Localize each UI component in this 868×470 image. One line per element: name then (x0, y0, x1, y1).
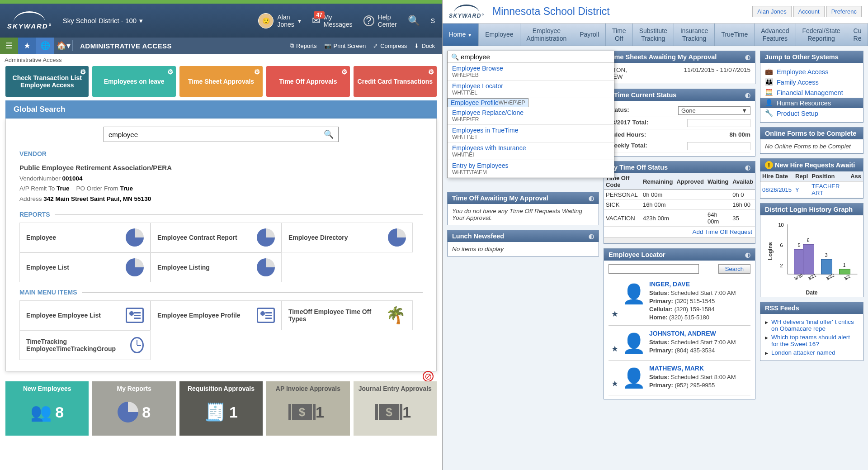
gear-icon[interactable]: ⚙ (167, 68, 173, 76)
gear-icon[interactable]: ◐ (745, 251, 750, 258)
tab-employee[interactable]: Employee (479, 24, 520, 46)
tile-timesheet-approvals[interactable]: ⚙Time Sheet Approvals (179, 66, 263, 97)
gear-icon[interactable]: ◐ (589, 233, 594, 240)
tab-truetime[interactable]: TrueTime (715, 24, 755, 46)
search-suggestion[interactable]: Employee Replace/CloneWH\EP\ER (448, 107, 614, 125)
search-suggestion[interactable]: Employees with InsuranceWH\IT\EI (448, 142, 614, 160)
rss-link[interactable]: Which top teams should alert for the Swe… (765, 333, 859, 348)
report-item[interactable]: Employee Directory (282, 223, 413, 252)
star-icon[interactable]: ★ (18, 38, 36, 54)
jump-link[interactable]: 👤Human Resources (760, 98, 863, 108)
tile-new-employees[interactable]: New Employees👥8 (5, 381, 89, 436)
jump-link[interactable]: 🧮Financial Management (765, 87, 859, 98)
menu-item[interactable]: Employee Employee List (19, 300, 151, 330)
search-button[interactable]: Search (718, 264, 750, 274)
rss-link[interactable]: London attacker named (765, 348, 859, 357)
gear-icon[interactable]: ◐ (589, 195, 594, 202)
status-select[interactable]: Gone▼ (678, 106, 750, 115)
tile-journal-entry[interactable]: Journal Entry Approvals$1 (354, 381, 437, 436)
scrollbar[interactable] (604, 237, 755, 243)
menu-icon[interactable]: ☰ (0, 38, 18, 54)
user-menu[interactable]: 🙂 AlanJones ▾ (258, 13, 301, 28)
tab-federal-state[interactable]: Federal/State Reporting (796, 24, 847, 46)
rss-link[interactable]: WH delivers 'final offer' t critics on O… (765, 318, 859, 333)
gear-icon[interactable]: ◐ (745, 91, 750, 99)
tab-payroll[interactable]: Payroll (573, 24, 606, 46)
search-suggestion[interactable]: Employee LocatorWH\TT\EL (448, 81, 614, 98)
user-link[interactable]: Alan Jones (752, 6, 791, 17)
search-suggestion[interactable]: Employee ProfileWH\EP\EP (448, 98, 528, 107)
employee-card[interactable]: ★ 👤 MATHEWS, MARK Status: Scheduled Star… (609, 361, 750, 395)
avatar-icon: 🙂 (258, 13, 274, 28)
search-icon[interactable]: 🔍 (324, 129, 334, 139)
search-suggestion[interactable]: Employee BrowseWH\EP\EB (448, 63, 614, 81)
pie-chart-icon (126, 228, 144, 247)
jump-link[interactable]: 💼Employee Access (765, 66, 859, 77)
print-button[interactable]: 📷Print Screen (324, 43, 366, 49)
report-item[interactable]: Employee Listing (151, 252, 282, 282)
gear-icon[interactable]: ◐ (745, 53, 750, 61)
pie-chart-icon (257, 228, 275, 247)
global-search-input[interactable] (108, 131, 324, 138)
employee-card[interactable]: ★ 👤 INGER, DAVE Status: Scheduled Start … (609, 276, 750, 326)
svg-rect-7 (803, 244, 814, 274)
id-card-icon (257, 308, 275, 323)
gear-icon[interactable]: ⚙ (428, 68, 434, 76)
district-title: Minnesota School District (492, 5, 610, 18)
help-link[interactable]: ? Help Center (363, 14, 397, 28)
tab-employee-admin[interactable]: Employee Administration (520, 24, 574, 46)
tab-time-off[interactable]: Time Off (606, 24, 633, 46)
employee-card[interactable]: ★ 👤 JOHNSTON, ANDREW Status: Scheduled S… (609, 326, 750, 361)
report-item[interactable]: Employee Contract Report (151, 223, 282, 252)
gear-icon[interactable]: ⚙ (341, 68, 347, 76)
tab-home[interactable]: Home▼ (443, 24, 479, 46)
reports-button[interactable]: ⧉Reports (290, 42, 317, 49)
menu-item[interactable]: Employee Employee Profile (151, 300, 282, 330)
account-link[interactable]: Account (793, 6, 825, 17)
search-suggestion[interactable]: Employees in TrueTimeWH\TT\ET (448, 125, 614, 142)
clock-icon (130, 337, 144, 353)
district-selector[interactable]: Sky School District - 100▾ (63, 17, 143, 25)
dock-button[interactable]: ⬇Dock (414, 43, 435, 49)
jump-link[interactable]: 🔧Product Setup (765, 108, 859, 119)
tab-advanced[interactable]: Advanced Features (755, 24, 796, 46)
search-icon[interactable]: 🔍 (408, 15, 420, 27)
add-timeoff-link[interactable]: Add Time Off Request (604, 227, 755, 237)
widget-timeoff-awaiting: Time Off Awaiting My Approval◐ You do no… (447, 192, 599, 225)
gear-icon[interactable]: ◐ (745, 164, 750, 171)
jump-link[interactable]: 👪Family Access (765, 77, 859, 87)
menu-item[interactable]: TimeTracking EmployeeTimeTrackingGroup (19, 330, 151, 360)
star-icon[interactable]: ★ (611, 344, 618, 354)
tile-my-reports[interactable]: My Reports8 (92, 381, 175, 436)
page-title: ADMINISTRATIVE ACCESS (73, 42, 290, 50)
tile-requisition[interactable]: Requisition Approvals🧾1 (179, 381, 263, 436)
search-suggestion[interactable]: Entry by EmployeesWH\TT\TA\EM (448, 160, 614, 178)
svg-rect-11 (840, 269, 850, 274)
compress-button[interactable]: ⤢Compress (373, 43, 407, 49)
tab-insurance[interactable]: Insurance Tracking (674, 24, 715, 46)
tile-ap-invoice[interactable]: AP Invoice Approvals$1 (266, 381, 349, 436)
tile-check-transaction[interactable]: ⚙Check Transaction List Employee Access (5, 66, 89, 97)
locator-input[interactable] (609, 264, 699, 274)
tile-timeoff-approvals[interactable]: ⚙Time Off Approvals (266, 66, 349, 97)
vendor-result[interactable]: Public Employee Retirement Association/P… (19, 162, 423, 204)
preferences-link[interactable]: Preferenc (826, 6, 862, 17)
star-icon[interactable]: ★ (611, 379, 618, 389)
messages-link[interactable]: ✉47 My Messages (312, 14, 353, 28)
report-item[interactable]: Employee (19, 223, 151, 252)
home-icon[interactable]: 🏠▾ (54, 38, 72, 54)
tile-credit-card[interactable]: ⚙Credit Card Transactions (354, 66, 437, 97)
svg-text:3: 3 (825, 252, 828, 258)
table-row[interactable]: 08/26/2015YTEACHER ART (760, 181, 863, 198)
menu-item[interactable]: TimeOff Employee Time Off Types🌴 (282, 300, 413, 330)
table-row: SICK16h 00m16h 00 (604, 200, 755, 210)
tab-substitute[interactable]: Substitute Tracking (633, 24, 674, 46)
quick-search-input[interactable] (461, 53, 610, 61)
star-icon[interactable]: ★ (611, 309, 618, 319)
gear-icon[interactable]: ⚙ (80, 68, 86, 76)
tile-employees-leave[interactable]: ⚙Employees on leave (92, 66, 175, 97)
report-item[interactable]: Employee List (19, 252, 151, 282)
tab-custom[interactable]: Cu Re (847, 24, 868, 46)
gear-icon[interactable]: ⚙ (254, 68, 260, 76)
globe-icon[interactable]: 🌐 (36, 38, 54, 54)
